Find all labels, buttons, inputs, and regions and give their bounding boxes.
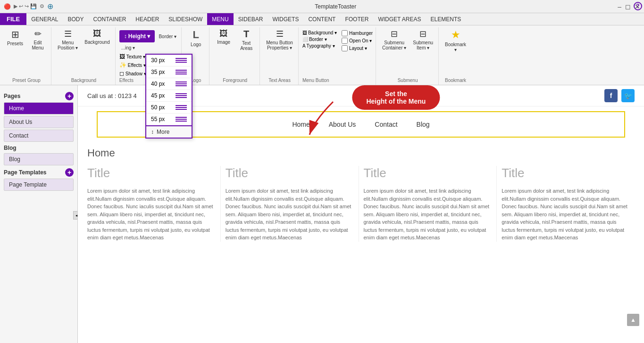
sidebar-page-templates-header: Page Templates + <box>4 168 74 177</box>
menu-btn-border-label[interactable]: Border ▾ <box>309 37 327 42</box>
facebook-icon[interactable]: f <box>604 89 618 102</box>
edit-menu-button[interactable]: ✏ EditMenu <box>27 27 48 52</box>
title-bar-left: 🔴 ▶ ↩ ↪ 💾 ⚙ ⊕ <box>4 2 53 11</box>
layout-checkbox[interactable] <box>342 45 348 51</box>
menu-btn-border-row: ⬜ Border ▾ <box>302 37 337 42</box>
menu-menu[interactable]: MENU <box>207 13 233 25</box>
border-sub-icon: ⬜ <box>302 37 308 42</box>
sidebar-pages-header: Pages + <box>4 92 74 100</box>
nav-blog[interactable]: Blog <box>417 121 430 128</box>
height-label: Height ▾ <box>128 33 151 40</box>
menu-widget-areas[interactable]: WIDGET AREAS <box>373 13 426 25</box>
height-dropdown-button[interactable]: ↕ Height ▾ <box>119 30 155 42</box>
padding-button[interactable]: ...ing ▾ <box>119 44 137 51</box>
image-button[interactable]: 🖼 Image <box>213 27 234 46</box>
sidebar-blog-header: Blog <box>4 145 74 151</box>
minimize-button[interactable]: – <box>618 3 621 10</box>
sidebar-item-contact[interactable]: Contact <box>4 130 74 142</box>
col-3-body: Lorem ipsum dolor sit amet, test link ad… <box>364 187 492 242</box>
background-icon: 🖼 <box>93 29 101 39</box>
twitter-icon[interactable]: 🐦 <box>621 89 635 102</box>
open-on-check[interactable]: Open On ▾ <box>342 38 373 44</box>
menu-btn-background-label[interactable]: Background ▾ <box>308 30 337 35</box>
presets-button[interactable]: ⊞ Presets <box>5 27 25 48</box>
menu-footer[interactable]: FOOTER <box>340 13 373 25</box>
open-on-checkbox[interactable] <box>342 38 348 44</box>
toolbar-group-text-areas: ☰ Menu ButtonProperties ▾ Text Areas <box>261 27 299 85</box>
menu-general[interactable]: GENERAL <box>26 13 63 25</box>
height-55px[interactable]: 55 px <box>146 114 192 125</box>
effects-group-label: Effects <box>119 77 134 83</box>
menu-widgets[interactable]: WIDGETS <box>268 13 303 25</box>
tooltip-line2: Height of the Menu <box>366 98 426 105</box>
menu-btn-typography-label[interactable]: Typography ▾ <box>307 43 335 49</box>
tooltip-line1: Set the <box>385 90 407 98</box>
submenu-item-button[interactable]: ⊟ SubmenuItem ▾ <box>410 27 435 52</box>
content-col-3: Title Lorem ipsum dolor sit amet, test l… <box>359 166 497 242</box>
bookmark-button[interactable]: ★ Bookmark▾ <box>443 27 468 54</box>
restore-button[interactable]: ◻ <box>625 3 631 10</box>
height-50px[interactable]: 50 px <box>146 102 192 114</box>
menu-content[interactable]: CONTENT <box>303 13 340 25</box>
canvas-phone: Call us at : 0123 4 <box>87 92 137 99</box>
background-group-label: Background <box>71 77 96 83</box>
toolbar-group-menu-button: 🖼 Background ▾ ⬜ Border ▾ A Typography ▾… <box>300 27 376 85</box>
sidebar-item-blog[interactable]: Blog <box>4 153 74 165</box>
nav-contact[interactable]: Contact <box>375 121 397 128</box>
height-40px[interactable]: 40 px <box>146 78 192 90</box>
scroll-to-top-button[interactable]: ▲ <box>627 314 639 326</box>
menu-slideshow[interactable]: SLIDESHOW <box>164 13 207 25</box>
text-areas-group-label: Text Areas <box>268 77 291 83</box>
content-col-1: Title Lorem ipsum dolor sit amet, test l… <box>87 166 221 242</box>
hamburger-check[interactable]: Hamburger <box>342 30 373 36</box>
wordpress-icon: ⊕ <box>47 2 53 11</box>
nav-about-us[interactable]: About Us <box>329 121 356 128</box>
bookmark-group-label: Bookmark <box>445 77 466 83</box>
background-button[interactable]: 🖼 Background <box>82 27 112 46</box>
col-1-body: Lorem ipsum dolor sit amet, test link ad… <box>87 187 216 242</box>
typography-icon: A <box>302 43 306 49</box>
image-icon: 🖼 <box>219 29 228 39</box>
menu-position-button[interactable]: ☰ MenuPosition ▾ <box>55 27 80 52</box>
col-2-body: Lorem ipsum dolor sit amet, test link ad… <box>226 187 354 242</box>
height-45px[interactable]: 45 px <box>146 90 192 102</box>
menu-elements[interactable]: ELEMENTS <box>426 13 466 25</box>
height-30px[interactable]: 30 px <box>146 55 192 66</box>
border-button[interactable]: Border ▾ <box>157 33 178 40</box>
layout-check[interactable]: Layout ▾ <box>342 45 373 51</box>
content-columns: Title Lorem ipsum dolor sit amet, test l… <box>78 161 644 246</box>
menu-button-group-label: Menu Button <box>302 77 329 83</box>
home-heading: Home <box>87 147 635 159</box>
sidebar-item-home[interactable]: Home <box>4 102 74 114</box>
toolbar-group-background: ☰ MenuPosition ▾ 🖼 Background Background <box>52 27 116 85</box>
menu-header[interactable]: HEADER <box>131 13 164 25</box>
logo-button[interactable]: L Logo <box>185 27 206 49</box>
sidebar-item-page-template[interactable]: Page Template <box>4 179 74 191</box>
hamburger-checkbox[interactable] <box>342 30 348 36</box>
foreground-group-label: Foreground <box>223 77 247 83</box>
height-icon: ↕ <box>124 33 127 40</box>
sidebar-add-page-button[interactable]: + <box>65 92 74 100</box>
toolbar-group-submenu: ⊟ SubmenuContainer ▾ ⊟ SubmenuItem ▾ Sub… <box>377 27 439 85</box>
col-4-body: Lorem ipsum dolor sit amet, test link ad… <box>502 187 630 242</box>
menu-container[interactable]: CONTAINER <box>89 13 131 25</box>
sidebar-item-about-us[interactable]: About Us <box>4 116 74 128</box>
submenu-container-button[interactable]: ⊟ SubmenuContainer ▾ <box>380 27 409 52</box>
presets-icon: ⊞ <box>11 29 19 40</box>
content-col-2: Title Lorem ipsum dolor sit amet, test l… <box>221 166 359 242</box>
menu-file[interactable]: FILE <box>0 13 26 25</box>
menu-button-props-button[interactable]: ☰ Menu ButtonProperties ▾ <box>264 27 295 52</box>
toolbar-group-bookmark: ★ Bookmark▾ Bookmark <box>440 27 471 85</box>
sidebar-add-template-button[interactable]: + <box>65 168 74 177</box>
menu-body[interactable]: BODY <box>63 13 89 25</box>
nav-home[interactable]: Home <box>292 121 309 128</box>
height-more-button[interactable]: ↕ More <box>146 125 192 138</box>
title-bar-title: TemplateToaster <box>315 3 356 10</box>
menu-sidebar[interactable]: SIDEBAR <box>234 13 268 25</box>
help-icon[interactable]: ? <box>634 2 642 10</box>
text-areas-button[interactable]: T TextAreas <box>236 27 257 52</box>
col-3-title: Title <box>364 166 492 180</box>
height-35px[interactable]: 35 px <box>146 66 192 78</box>
edit-menu-icon: ✏ <box>34 29 42 39</box>
sidebar-collapse-button[interactable]: ◀ <box>73 211 78 220</box>
